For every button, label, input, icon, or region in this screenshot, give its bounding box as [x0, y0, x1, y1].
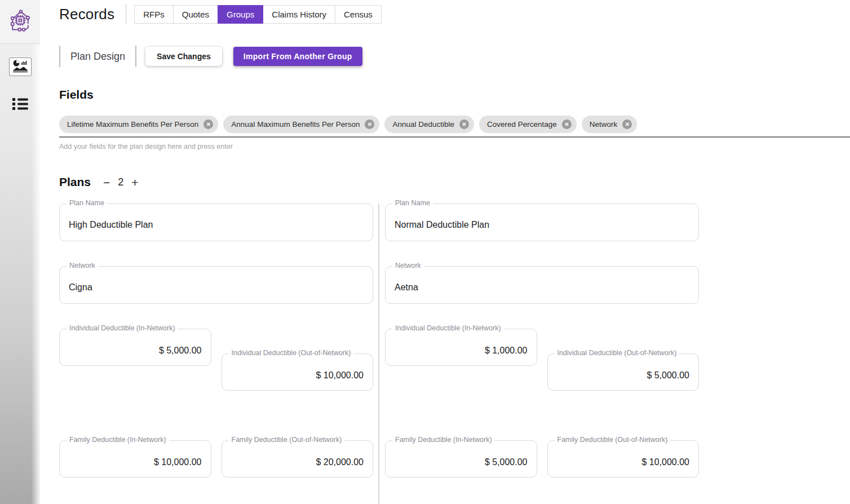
header: Records RFPs Quotes Groups Claims Histor…: [59, 3, 850, 25]
fields-heading: Fields: [59, 88, 850, 101]
plans-heading: Plans: [59, 175, 91, 189]
field-value: $ 10,000.00: [154, 457, 202, 467]
toolbar-left-divider: [59, 46, 60, 67]
main-content: Records RFPs Quotes Groups Claims Histor…: [40, 0, 850, 504]
sidebar-item-list[interactable]: [11, 98, 30, 112]
field-label: Plan Name: [392, 199, 433, 208]
chip-label: Covered Percentage: [487, 120, 557, 129]
close-icon[interactable]: ✕: [459, 120, 469, 129]
chip-network[interactable]: Network ✕: [582, 116, 638, 133]
field-label: Individual Deductible (Out-of-Network): [229, 349, 354, 358]
page-title: Records: [59, 6, 114, 23]
chip-label: Annual Deductible: [392, 120, 454, 129]
tab-bar: RFPs Quotes Groups Claims History Census: [134, 5, 382, 24]
field-chips: Lifetime Maximum Benefits Per Person ✕ A…: [59, 116, 850, 133]
home-circuit-logo-icon: [8, 8, 33, 36]
money-fields: Individual Deductible (In-Network) $ 1,0…: [385, 329, 699, 504]
field-value: $ 5,000.00: [647, 370, 689, 381]
title-divider: [126, 4, 126, 24]
toolbar-mid-divider: [135, 46, 136, 67]
plan-name-field[interactable]: Plan Name Normal Deductible Plan: [385, 204, 699, 241]
chip-label: Network: [590, 120, 618, 129]
plan-card-2: Plan Name Normal Deductible Plan Network…: [385, 204, 699, 504]
field-value: $ 1,000.00: [485, 346, 528, 356]
tab-rfps[interactable]: RFPs: [134, 5, 174, 24]
plan-card-1: Plan Name High Deductible Plan Network C…: [59, 204, 373, 504]
tab-claims-history[interactable]: Claims History: [263, 5, 335, 24]
field-label: Network: [392, 262, 424, 271]
individual-deductible-out-of-network-field[interactable]: Individual Deductible (Out-of-Network) $…: [222, 353, 374, 391]
sidebar-item-analytics[interactable]: [9, 58, 32, 76]
close-icon[interactable]: ✕: [622, 120, 632, 129]
field-value: Cigna: [69, 282, 92, 293]
decrease-plans-button[interactable]: −: [103, 176, 110, 188]
fields-helper-text: Add your fields for the plan design here…: [59, 143, 850, 151]
plans-grid: Plan Name High Deductible Plan Network C…: [59, 204, 850, 504]
chip-label: Annual Maximum Benefits Per Person: [231, 120, 360, 129]
plan-design-toolbar: Plan Design Save Changes Import From Ano…: [59, 45, 850, 68]
plans-header: Plans − 2 +: [59, 175, 850, 189]
close-icon[interactable]: ✕: [365, 120, 374, 129]
fields-input-underline[interactable]: [59, 136, 850, 138]
chip-label: Lifetime Maximum Benefits Per Person: [67, 120, 198, 129]
save-changes-button[interactable]: Save Changes: [145, 47, 222, 66]
network-field[interactable]: Network Aetna: [385, 266, 699, 304]
individual-deductible-in-network-field[interactable]: Individual Deductible (In-Network) $ 1,0…: [385, 329, 537, 366]
plan-count-stepper: − 2 +: [103, 176, 139, 188]
field-value: $ 10,000.00: [316, 370, 364, 381]
field-value: Aetna: [395, 282, 418, 293]
network-field[interactable]: Network Cigna: [59, 266, 373, 304]
field-label: Family Deductible (In-Network): [67, 436, 169, 445]
family-deductible-in-network-field[interactable]: Family Deductible (In-Network) $ 10,000.…: [59, 440, 211, 478]
field-label: Individual Deductible (In-Network): [67, 324, 178, 333]
chip-covered-percentage[interactable]: Covered Percentage ✕: [479, 116, 577, 133]
chip-lifetime-maximum[interactable]: Lifetime Maximum Benefits Per Person ✕: [59, 116, 218, 133]
field-label: Individual Deductible (In-Network): [392, 324, 504, 333]
list-icon: [12, 98, 28, 113]
increase-plans-button[interactable]: +: [131, 176, 138, 188]
tab-quotes[interactable]: Quotes: [173, 5, 218, 24]
tab-groups[interactable]: Groups: [218, 5, 263, 24]
close-icon[interactable]: ✕: [203, 120, 213, 129]
family-deductible-out-of-network-field[interactable]: Family Deductible (Out-of-Network) $ 10,…: [547, 440, 700, 478]
field-label: Individual Deductible (Out-of-Network): [555, 349, 680, 358]
field-label: Network: [67, 262, 98, 271]
field-value: Normal Deductible Plan: [395, 220, 489, 230]
individual-deductible-out-of-network-field[interactable]: Individual Deductible (Out-of-Network) $…: [547, 353, 700, 391]
chip-annual-maximum[interactable]: Annual Maximum Benefits Per Person ✕: [223, 116, 379, 133]
family-deductible-in-network-field[interactable]: Family Deductible (In-Network) $ 5,000.0…: [385, 440, 537, 478]
field-label: Family Deductible (Out-of-Network): [229, 436, 345, 445]
field-label: Plan Name: [67, 199, 107, 208]
money-fields: Individual Deductible (In-Network) $ 5,0…: [59, 329, 373, 504]
import-from-another-group-button[interactable]: Import From Another Group: [233, 47, 362, 66]
close-icon[interactable]: ✕: [562, 120, 572, 129]
plan-name-field[interactable]: Plan Name High Deductible Plan: [59, 204, 373, 241]
field-value: $ 10,000.00: [641, 457, 689, 467]
app-logo[interactable]: [0, 0, 40, 44]
tab-census[interactable]: Census: [335, 5, 382, 24]
sidebar: [0, 0, 40, 504]
section-title: Plan Design: [70, 51, 125, 63]
field-value: $ 20,000.00: [316, 457, 364, 467]
individual-deductible-in-network-field[interactable]: Individual Deductible (In-Network) $ 5,0…: [59, 329, 211, 366]
field-label: Family Deductible (In-Network): [392, 436, 495, 445]
family-deductible-out-of-network-field[interactable]: Family Deductible (Out-of-Network) $ 20,…: [222, 440, 374, 478]
field-value: $ 5,000.00: [485, 457, 528, 467]
field-label: Family Deductible (Out-of-Network): [555, 436, 671, 445]
analytics-chart-icon: [12, 59, 29, 75]
field-value: High Deductible Plan: [69, 220, 153, 230]
plan-count-value: 2: [118, 176, 123, 188]
field-value: $ 5,000.00: [159, 346, 202, 356]
plan-column-divider: [378, 204, 379, 504]
chip-annual-deductible[interactable]: Annual Deductible ✕: [384, 116, 474, 133]
